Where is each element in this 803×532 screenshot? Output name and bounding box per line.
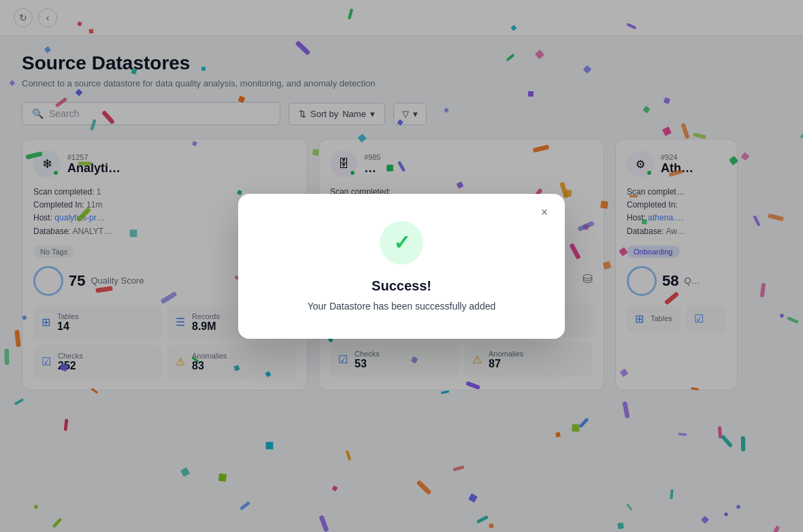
success-checkmark-icon: ✓ [393,231,410,254]
modal-overlay[interactable]: × ✓ Success! Your Datastore has been suc… [0,0,803,532]
modal-close-button[interactable]: × [535,203,554,222]
success-modal: × ✓ Success! Your Datastore has been suc… [238,194,565,339]
modal-title: Success! [271,278,532,294]
success-icon-wrapper: ✓ [380,221,423,265]
modal-message: Your Datastore has been successfully add… [271,301,532,312]
